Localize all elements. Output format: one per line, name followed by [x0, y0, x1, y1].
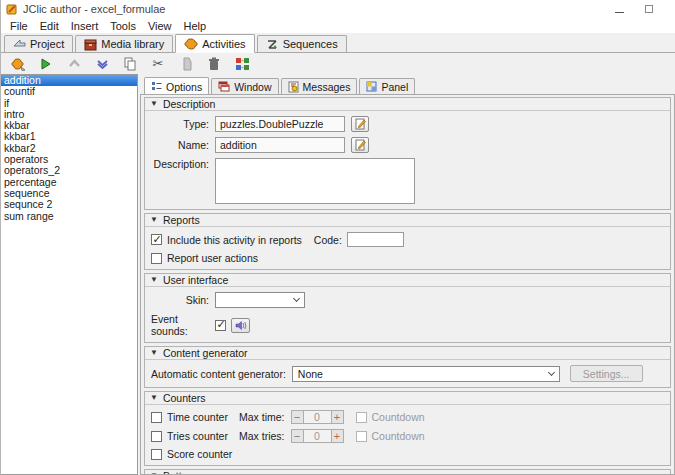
time-countdown-checkbox[interactable] — [356, 412, 367, 423]
edit-type-button[interactable] — [351, 116, 369, 132]
copy-button[interactable] — [120, 55, 140, 73]
tab-sequences[interactable]: Sequences — [257, 35, 347, 52]
menu-view[interactable]: View — [142, 20, 178, 32]
menu-insert[interactable]: Insert — [65, 20, 105, 32]
description-textarea[interactable] — [215, 158, 415, 204]
edit-name-button[interactable] — [351, 137, 369, 153]
content-area: addition countif if intro kkbar kkbar1 k… — [1, 74, 675, 475]
maximize-button[interactable] — [634, 0, 664, 18]
description-row: Description: — [151, 158, 664, 204]
convert-activity-button[interactable] — [232, 55, 252, 73]
skin-label: Skin: — [151, 294, 209, 306]
tab-window-label: Window — [234, 81, 271, 93]
event-sounds-checkbox[interactable] — [215, 320, 226, 331]
name-field: addition — [215, 137, 345, 153]
options-icon — [151, 81, 162, 92]
score-counter-checkbox[interactable] — [151, 449, 162, 460]
section-counters: ▼ Counters Time counter Max time: − 0 + … — [144, 391, 671, 466]
minimize-button[interactable] — [604, 0, 634, 18]
generator-dropdown[interactable]: None — [292, 366, 560, 382]
activity-item-operators-2[interactable]: operators_2 — [1, 165, 137, 176]
skin-dropdown[interactable] — [215, 292, 305, 308]
messages-icon — [288, 81, 299, 93]
close-button[interactable]: ✕ — [664, 0, 675, 18]
tab-options-label: Options — [166, 81, 202, 93]
tries-countdown-label: Countdown — [372, 430, 425, 442]
paste-icon — [181, 57, 192, 71]
tab-activities[interactable]: Activities — [175, 34, 254, 53]
move-down-icon — [96, 59, 109, 69]
collapse-icon: ▼ — [150, 100, 158, 108]
move-up-button[interactable] — [64, 55, 84, 73]
tries-counter-checkbox[interactable] — [151, 431, 162, 442]
skin-row: Skin: — [151, 292, 664, 308]
move-down-button[interactable] — [92, 55, 112, 73]
sequences-icon — [266, 38, 279, 51]
section-reports: ▼ Reports Include this activity in repor… — [144, 213, 671, 270]
section-description: ▼ Description Type: puzzles.DoublePuzzle — [144, 97, 671, 210]
tab-options[interactable]: Options — [144, 77, 209, 95]
section-description-title: Description — [163, 98, 216, 110]
max-time-decrement-button[interactable]: − — [291, 410, 304, 424]
tab-project[interactable]: Project — [4, 35, 73, 52]
section-counters-header[interactable]: ▼ Counters — [145, 392, 670, 405]
settings-button[interactable]: Settings... — [570, 365, 643, 382]
report-actions-checkbox[interactable] — [151, 253, 162, 264]
max-time-increment-button[interactable]: + — [331, 410, 344, 424]
delete-button[interactable] — [204, 55, 224, 73]
section-counters-title: Counters — [163, 392, 206, 404]
media-library-icon — [84, 38, 97, 51]
menu-help[interactable]: Help — [178, 20, 213, 32]
cut-button[interactable]: ✂ — [148, 55, 168, 73]
window-controls: ✕ — [604, 0, 675, 18]
code-input[interactable] — [347, 232, 404, 247]
section-user-interface-header[interactable]: ▼ User interface — [145, 274, 670, 287]
chevron-down-icon — [293, 295, 300, 302]
cut-icon: ✂ — [153, 56, 164, 71]
test-activity-icon — [40, 58, 52, 70]
section-buttons-title: Buttons — [163, 470, 199, 475]
section-content-generator-header[interactable]: ▼ Content generator — [145, 347, 670, 360]
activity-item-sequnce-2[interactable]: sequnce 2 — [1, 199, 137, 210]
type-field: puzzles.DoublePuzzle — [215, 116, 345, 132]
tab-window[interactable]: Window — [211, 78, 278, 94]
description-label: Description: — [151, 158, 209, 170]
time-counter-checkbox[interactable] — [151, 412, 162, 423]
tab-messages-label: Messages — [303, 81, 351, 93]
activity-toolbar: ✂ — [1, 53, 675, 74]
jclic-author-window: JClic author - excel_formulae ✕ File Edi… — [0, 0, 675, 475]
options-panel-body: ▼ Description Type: puzzles.DoublePuzzle — [140, 94, 675, 475]
collapse-icon: ▼ — [150, 216, 158, 224]
tab-media-library[interactable]: Media library — [75, 35, 173, 52]
menu-edit[interactable]: Edit — [34, 20, 65, 32]
panel-icon — [366, 81, 377, 92]
menu-file[interactable]: File — [4, 20, 34, 32]
speaker-icon — [235, 320, 247, 331]
tab-panel[interactable]: Panel — [359, 78, 415, 94]
score-counter-label: Score counter — [167, 448, 232, 460]
section-reports-header[interactable]: ▼ Reports — [145, 214, 670, 227]
section-description-header[interactable]: ▼ Description — [145, 98, 670, 111]
tries-counter-label: Tries counter — [167, 430, 239, 442]
score-counter-row: Score counter — [151, 448, 664, 460]
convert-activity-icon — [235, 57, 250, 71]
max-tries-decrement-button[interactable]: − — [291, 429, 304, 443]
include-reports-checkbox[interactable] — [151, 234, 162, 245]
generator-value: None — [298, 368, 323, 380]
activity-item-countif[interactable]: countif — [1, 86, 137, 97]
max-time-value: 0 — [304, 410, 331, 424]
menu-tools[interactable]: Tools — [104, 20, 142, 32]
name-label: Name: — [151, 139, 209, 151]
new-activity-button[interactable] — [8, 55, 28, 73]
test-activity-button[interactable] — [36, 55, 56, 73]
section-buttons-header[interactable]: ▼ Buttons — [145, 470, 670, 475]
main-tab-bar: Project Media library Activities Sequenc… — [1, 33, 675, 53]
tries-countdown-checkbox[interactable] — [356, 431, 367, 442]
new-activity-icon — [10, 56, 26, 72]
event-sounds-button[interactable] — [231, 318, 250, 333]
edit-icon — [355, 139, 366, 151]
max-tries-increment-button[interactable]: + — [331, 429, 344, 443]
activity-item-sum-range[interactable]: sum range — [1, 211, 137, 222]
tab-messages[interactable]: Messages — [281, 78, 358, 94]
paste-button[interactable] — [176, 55, 196, 73]
